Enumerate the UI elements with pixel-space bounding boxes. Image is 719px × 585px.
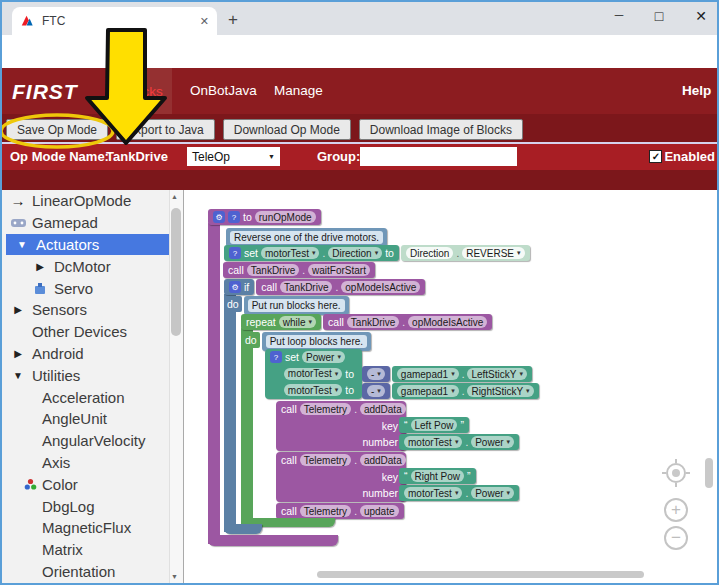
opmodeisactive-block[interactable]: call TankDrive . opModeIsActive — [323, 314, 492, 330]
mutator-gear-icon[interactable]: ⚙ — [229, 281, 241, 293]
negate-block[interactable]: - — [362, 383, 390, 399]
sidebar-item-servo[interactable]: Servo — [2, 277, 169, 299]
if-block-header[interactable]: ⚙ if call TankDrive . opModeIsActive — [224, 279, 425, 295]
direction-enum-block[interactable]: Direction . REVERSE — [401, 245, 530, 261]
save-op-mode-button[interactable]: Save Op Mode — [6, 119, 108, 140]
sidebar-item-color[interactable]: Color — [2, 473, 169, 495]
gamepad-leftsticky-block[interactable]: gamepad1 . LeftStickY — [392, 366, 532, 382]
flavor-select[interactable]: TeleOp ▼ — [187, 147, 280, 166]
text-field[interactable]: Right Pow — [411, 470, 465, 482]
new-tab-button[interactable]: + — [228, 10, 238, 30]
set-direction-block[interactable]: ? set motorTest . Direction to Direction… — [224, 245, 530, 261]
browser-tab[interactable]: FTC ✕ — [12, 7, 217, 35]
motor-power-value-block[interactable]: motorTest . Power — [399, 485, 519, 501]
comment-text[interactable]: Put run blocks here. — [248, 299, 345, 312]
sidebar-item-utilities[interactable]: ▼ Utilities — [2, 364, 169, 386]
stick-property-dropdown[interactable]: LeftStickY — [467, 368, 527, 380]
opmodeisactive-block[interactable]: call TankDrive . opModeIsActive — [256, 279, 425, 295]
download-image-button[interactable]: Download Image of Blocks — [359, 119, 523, 140]
sidebar-item-axis[interactable]: Axis — [2, 452, 169, 474]
set-power-block[interactable]: ? set Power motorTest to motorTest to — [265, 349, 362, 399]
comment-text[interactable]: Put loop blocks here. — [266, 335, 367, 348]
telemetry-adddata-block[interactable]: call Telemetry . addData key number — [276, 452, 406, 502]
sidebar-item-magneticflux[interactable]: MagneticFlux — [2, 517, 169, 539]
telemetry-adddata-block[interactable]: call Telemetry . addData key number — [276, 401, 406, 451]
workspace-vscrollbar[interactable] — [705, 458, 713, 488]
group-input[interactable] — [360, 147, 517, 166]
motor-dropdown[interactable]: motorTest — [404, 436, 462, 448]
right-pow-text-block[interactable]: “ Right Pow ” — [399, 468, 476, 484]
motor-dropdown[interactable]: motorTest — [284, 368, 342, 380]
sidebar-item-gamepad[interactable]: Gamepad — [2, 212, 169, 234]
enum-value-dropdown[interactable]: REVERSE — [462, 247, 524, 259]
sidebar-item-orientation[interactable]: Orientation — [2, 561, 169, 583]
repeat-mode-dropdown[interactable]: while — [279, 316, 316, 328]
proc-name-field[interactable]: runOpMode — [255, 211, 316, 223]
motor-dropdown[interactable]: motorTest — [404, 487, 462, 499]
repeat-block-header[interactable]: repeat while call TankDrive . opModeIsAc… — [241, 314, 492, 330]
gamepad-dropdown[interactable]: gamepad1 — [397, 385, 459, 397]
left-power-value[interactable]: - gamepad1 . LeftStickY — [362, 366, 532, 382]
math-op-dropdown[interactable]: - — [367, 385, 385, 397]
comment-text[interactable]: Reverse one of the drive motors. — [230, 231, 383, 244]
download-op-mode-button[interactable]: Download Op Mode — [223, 119, 351, 140]
if-block-footer[interactable] — [224, 524, 262, 534]
if-block-left-bar[interactable] — [224, 294, 236, 532]
help-icon[interactable]: ? — [270, 351, 282, 363]
text-field[interactable]: Left Pow — [411, 419, 458, 431]
blockly-workspace[interactable]: ⚙ ? to runOpMode Reverse one of the driv… — [183, 190, 719, 585]
scroll-up-icon[interactable]: ▲ — [171, 193, 178, 200]
runopmode-block-left-bar[interactable] — [208, 223, 220, 544]
nav-help[interactable]: Help — [682, 83, 711, 98]
right-power-value[interactable]: - gamepad1 . RightStickY — [362, 383, 539, 399]
gamepad-rightsticky-block[interactable]: gamepad1 . RightStickY — [392, 383, 539, 399]
stick-property-dropdown[interactable]: RightStickY — [467, 385, 533, 397]
sidebar-item-acceleration[interactable]: Acceleration — [2, 386, 169, 408]
center-view-button[interactable] — [666, 463, 686, 483]
help-icon[interactable]: ? — [229, 247, 241, 259]
export-to-java-button[interactable]: Export to Java — [116, 119, 215, 140]
sidebar-item-angularvelocity[interactable]: AngularVelocity — [2, 430, 169, 452]
sidebar-item-linearopmode[interactable]: → LinearOpMode — [2, 190, 169, 212]
scroll-down-icon[interactable]: ▼ — [171, 573, 178, 580]
minimize-button[interactable]: ─ — [604, 8, 634, 22]
sidebar-item-label: Orientation — [42, 563, 115, 580]
sidebar-item-dcmotor[interactable]: ▶ DcMotor — [2, 255, 169, 277]
tab-close-icon[interactable]: ✕ — [200, 15, 209, 28]
enabled-checkbox[interactable]: ✓ — [649, 150, 662, 163]
telemetry-update-block[interactable]: call Telemetry . update — [276, 503, 404, 519]
sidebar-item-other-devices[interactable]: Other Devices — [2, 321, 169, 343]
sidebar-item-sensors[interactable]: ▶ Sensors — [2, 299, 169, 321]
left-pow-text-block[interactable]: “ Left Pow ” — [399, 417, 469, 433]
if-do-row[interactable]: do Put run blocks here. — [224, 296, 349, 315]
maximize-button[interactable]: □ — [644, 8, 674, 24]
sidebar-item-actuators[interactable]: ▼ Actuators — [6, 234, 169, 256]
property-dropdown[interactable]: Direction — [328, 247, 382, 259]
repeat-block-left-bar[interactable] — [241, 328, 253, 525]
zoom-in-button[interactable]: + — [664, 498, 688, 522]
mutator-gear-icon[interactable]: ⚙ — [213, 211, 225, 223]
workspace-hscrollbar[interactable] — [317, 571, 644, 578]
nav-manage[interactable]: Manage — [274, 83, 323, 98]
motor-dropdown[interactable]: motorTest — [261, 247, 319, 259]
sidebar-item-dbglog[interactable]: DbgLog — [2, 495, 169, 517]
property-dropdown[interactable]: Power — [471, 487, 514, 499]
gamepad-dropdown[interactable]: gamepad1 — [397, 368, 459, 380]
sidebar-item-angleunit[interactable]: AngleUnit — [2, 408, 169, 430]
property-dropdown[interactable]: Power — [302, 351, 345, 363]
sidebar-scrollbar-thumb[interactable] — [171, 208, 181, 336]
sidebar-item-matrix[interactable]: Matrix — [2, 539, 169, 561]
help-icon[interactable]: ? — [228, 211, 240, 223]
nav-onbotjava[interactable]: OnBotJava — [190, 83, 257, 98]
negate-block[interactable]: - — [362, 366, 390, 382]
property-dropdown[interactable]: Power — [471, 436, 514, 448]
zoom-out-button[interactable]: − — [664, 526, 688, 550]
runopmode-block-footer[interactable] — [208, 535, 338, 546]
close-window-button[interactable]: ✕ — [686, 8, 716, 24]
sidebar-item-android[interactable]: ▶ Android — [2, 343, 169, 365]
math-op-dropdown[interactable]: - — [367, 368, 385, 380]
waitforstart-block[interactable]: call TankDrive . waitForStart — [223, 262, 375, 278]
motor-dropdown[interactable]: motorTest — [284, 384, 342, 396]
motor-power-value-block[interactable]: motorTest . Power — [399, 434, 519, 450]
runopmode-block[interactable]: ⚙ ? to runOpMode — [208, 209, 321, 225]
